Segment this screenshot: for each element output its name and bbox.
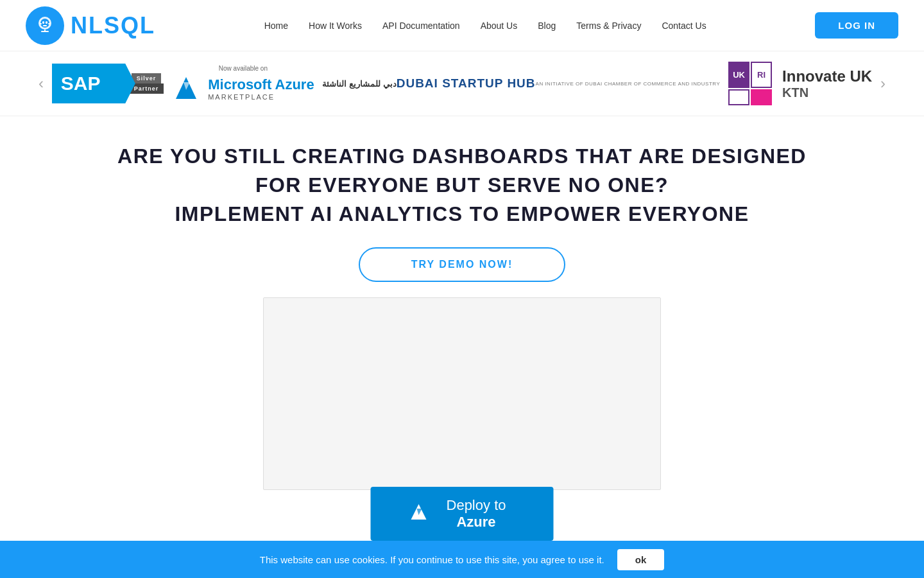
nav-contact[interactable]: Contact Us [662, 21, 706, 31]
deploy-word: Deploy [447, 497, 490, 513]
logo-icon [26, 6, 64, 45]
logo-text: NLSQL [71, 12, 155, 39]
cookie-banner: This website can use cookies. If you con… [0, 541, 924, 578]
headline-line3: IMPLEMENT AI ANALYTICS TO EMPOWER EVERYO… [117, 200, 807, 229]
azure-title: Microsoft Azure [208, 76, 314, 93]
svg-rect-3 [46, 21, 47, 24]
sap-logo: SAP Silver Partner [52, 64, 164, 103]
main-content: ARE YOU STILL CREATING DASHBOARDS THAT A… [0, 116, 924, 503]
azure-sub: MARKETPLACE [208, 93, 314, 101]
nav-api-docs[interactable]: API Documentation [382, 21, 460, 31]
main-headline: ARE YOU STILL CREATING DASHBOARDS THAT A… [117, 142, 807, 228]
login-button[interactable]: LOG IN [815, 12, 898, 39]
dubai-sub: AN INITIATIVE OF DUBAI CHAMBER OF COMMER… [536, 81, 721, 87]
svg-rect-8 [48, 23, 50, 24]
demo-container [263, 297, 661, 490]
ktn-label: KTN [782, 85, 872, 100]
navbar: NLSQL Home How It Works API Documentatio… [0, 0, 924, 51]
dubai-main: DUBAI STARTUP HUB [397, 76, 536, 91]
nav-how-it-works[interactable]: How It Works [309, 21, 362, 31]
azure-deploy-icon [409, 502, 429, 526]
svg-rect-4 [43, 25, 47, 26]
nav-about[interactable]: About Us [481, 21, 518, 31]
prev-arrow[interactable]: ‹ [38, 74, 44, 92]
azure-now-available: Now available on [219, 65, 268, 72]
nav-terms[interactable]: Terms & Privacy [576, 21, 641, 31]
headline-line2: FOR EVERYONE BUT SERVE NO ONE? [117, 171, 807, 200]
azure-word: Azure [456, 514, 495, 530]
next-arrow[interactable]: › [880, 74, 886, 92]
nav-links: Home How It Works API Documentation Abou… [264, 20, 706, 31]
logo-area[interactable]: NLSQL [26, 6, 155, 45]
deploy-label: Deploy to Azure [438, 497, 515, 530]
partners-strip: ‹ SAP Silver Partner Now available on Mi… [0, 51, 924, 116]
to-word: to [494, 497, 506, 513]
dubai-logo: دبي للمشاريع الناشئة DUBAI STARTUP HUB A… [322, 76, 720, 91]
cookie-message: This website can use cookies. If you con… [260, 554, 604, 565]
deploy-azure-button[interactable]: Deploy to Azure [371, 487, 554, 541]
dubai-arabic: دبي للمشاريع الناشئة [322, 79, 396, 89]
svg-rect-2 [42, 21, 44, 24]
headline-line1: ARE YOU STILL CREATING DASHBOARDS THAT A… [117, 142, 807, 171]
svg-rect-7 [40, 23, 42, 24]
nav-home[interactable]: Home [264, 21, 288, 31]
innovate-uk-title: Innovate UK [782, 67, 872, 85]
ukri-logo: UK RI Innovate UK KTN [728, 62, 872, 105]
svg-rect-6 [41, 31, 49, 32]
cookie-ok-button[interactable]: ok [617, 549, 665, 570]
try-demo-button[interactable]: TRY DEMO NOW! [359, 247, 565, 282]
nav-blog[interactable]: Blog [538, 21, 556, 31]
azure-logo: Now available on Microsoft Azure MARKETP… [172, 65, 314, 103]
